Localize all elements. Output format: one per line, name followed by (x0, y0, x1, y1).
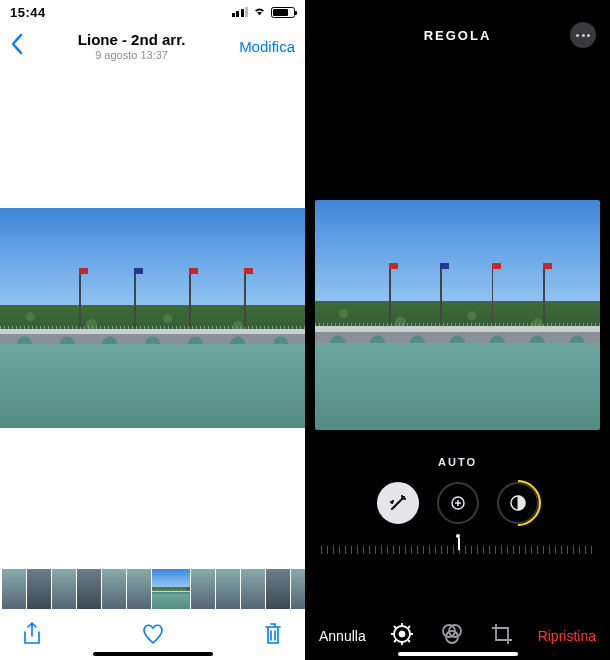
thumbnail[interactable] (127, 569, 151, 609)
auto-enhance-dial[interactable] (377, 482, 419, 524)
home-indicator[interactable] (398, 652, 518, 656)
thumbnail[interactable] (266, 569, 290, 609)
editor-mode-tabs (390, 622, 514, 650)
wifi-icon (252, 5, 267, 20)
photo-date-subtitle: 9 agosto 13:37 (78, 49, 186, 61)
favorite-button[interactable] (141, 623, 165, 649)
editor-title: REGOLA (424, 28, 492, 43)
thumbnail[interactable] (216, 569, 240, 609)
cellular-signal-icon (232, 7, 249, 17)
adjustment-dials (305, 482, 610, 524)
editor-photo-area[interactable] (305, 200, 610, 430)
thumbnail[interactable] (2, 569, 26, 609)
crop-tab[interactable] (490, 622, 514, 650)
nav-bar: Lione - 2nd arr. 9 agosto 13:37 Modifica (0, 22, 305, 70)
editor-photo (315, 200, 600, 430)
photo-area[interactable] (0, 70, 305, 566)
brilliance-dial[interactable] (497, 482, 539, 524)
back-button[interactable] (10, 33, 24, 59)
svg-point-3 (399, 631, 405, 637)
delete-button[interactable] (263, 622, 283, 650)
thumbnail[interactable] (27, 569, 51, 609)
thumbnail-selected[interactable] (152, 569, 190, 609)
main-photo (0, 208, 305, 428)
thumbnail[interactable] (291, 569, 305, 609)
more-button[interactable] (570, 22, 596, 48)
filters-tab[interactable] (440, 622, 464, 650)
home-indicator[interactable] (93, 652, 213, 656)
thumbnail[interactable] (102, 569, 126, 609)
thumbnail[interactable] (77, 569, 101, 609)
status-time: 15:44 (10, 5, 46, 20)
reset-button[interactable]: Ripristina (538, 628, 596, 644)
adjustment-slider[interactable] (305, 534, 610, 560)
thumbnail[interactable] (191, 569, 215, 609)
nav-title-block: Lione - 2nd arr. 9 agosto 13:37 (78, 31, 186, 61)
photo-editor-pane: REGOLA AUTO Annulla (305, 0, 610, 660)
adjust-tab[interactable] (390, 622, 414, 650)
status-bar: 15:44 (0, 0, 305, 22)
thumbnail[interactable] (52, 569, 76, 609)
exposure-dial[interactable] (437, 482, 479, 524)
slider-indicator[interactable] (458, 538, 460, 550)
thumbnail[interactable] (241, 569, 265, 609)
edit-button[interactable]: Modifica (239, 38, 295, 55)
photo-viewer-pane: 15:44 Lione - 2nd arr. 9 agosto 13:37 Mo… (0, 0, 305, 660)
status-indicators (232, 5, 296, 20)
editor-nav-bar: REGOLA (305, 0, 610, 70)
adjustment-label: AUTO (305, 456, 610, 468)
cancel-button[interactable]: Annulla (319, 628, 366, 644)
svg-point-1 (511, 496, 525, 510)
share-button[interactable] (22, 622, 42, 650)
thumbnail-strip[interactable] (0, 566, 305, 612)
battery-icon (271, 7, 295, 18)
photo-location-title: Lione - 2nd arr. (78, 31, 186, 48)
